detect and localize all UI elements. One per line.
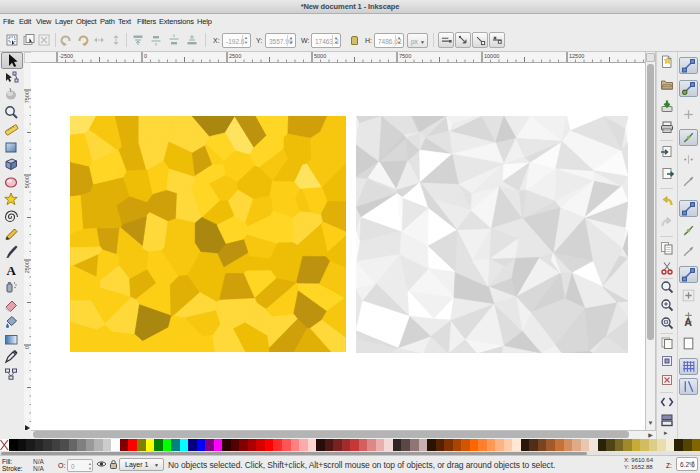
svg-text:2500: 2500 [24,261,30,273]
svg-text:2500: 2500 [229,53,241,59]
svg-text:0: 0 [24,346,30,349]
svg-text:7500: 7500 [399,53,411,59]
svg-text:5000: 5000 [24,176,30,188]
svg-text:A: A [684,315,692,327]
svg-text:10000: 10000 [484,53,499,59]
svg-text:A: A [7,262,17,277]
svg-text:0: 0 [144,53,147,59]
svg-text:7500: 7500 [24,91,30,103]
svg-text:12500: 12500 [569,53,584,59]
svg-text:5000: 5000 [314,53,326,59]
svg-text:-2500: -2500 [59,53,73,59]
